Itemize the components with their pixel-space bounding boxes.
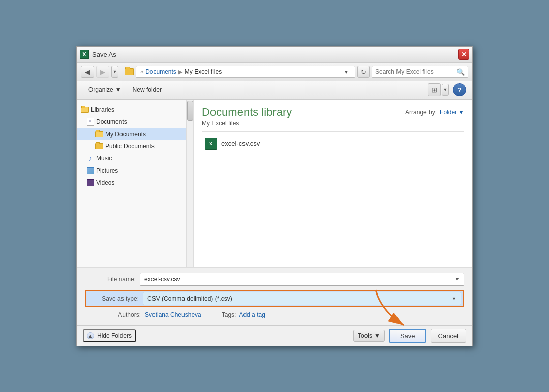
saveas-type-label: Save as type: (88, 295, 139, 302)
footer-bar: ▲ Hide Folders Tools ▼ Save Cancel (77, 325, 472, 346)
breadcrumb-bar: « Documents ▶ My Excel files ▼ (136, 66, 355, 78)
library-subtitle: My Excel files (202, 120, 292, 127)
organize-button[interactable]: Organize ▼ (83, 83, 127, 96)
file-item-csv[interactable]: X excel-csv.csv (202, 136, 464, 152)
tools-button[interactable]: Tools ▼ (353, 330, 385, 342)
tags-section: Tags: Add a tag (222, 311, 464, 318)
tree-item-label: Music (96, 155, 112, 162)
tags-value[interactable]: Add a tag (239, 311, 265, 318)
documents-doc-icon (87, 118, 94, 126)
pictures-icon (87, 167, 94, 174)
music-icon: ♪ (87, 155, 94, 162)
tags-label: Tags: (222, 311, 236, 318)
authors-label: Authors: (85, 311, 141, 318)
file-name-dropdown-arrow[interactable]: ▼ (455, 277, 460, 282)
tree-item-documents[interactable]: Documents (77, 116, 193, 128)
dialog-title: Save As (92, 51, 116, 58)
toolbar: Organize ▼ New folder ⊞ ▼ ? (77, 81, 472, 100)
file-name-input-wrapper: ▼ (140, 273, 464, 286)
organize-arrow: ▼ (115, 86, 121, 93)
title-bar-left: X Save As (80, 50, 116, 59)
tree-item-videos[interactable]: Videos (77, 177, 193, 189)
tree-item-label: My Documents (105, 130, 146, 138)
arrange-dropdown-arrow: ▼ (458, 109, 464, 116)
hide-folders-label: Hide Folders (97, 332, 132, 339)
excel-icon: X (80, 50, 89, 59)
tree-item-label: Videos (96, 179, 114, 186)
my-documents-folder-icon (95, 131, 103, 137)
scrollbar-thumb[interactable] (187, 101, 193, 121)
tree-item-label: Documents (96, 118, 127, 125)
folder-icon (125, 68, 134, 75)
library-title: Documents library (202, 106, 292, 119)
arrange-section: Arrange by: Folder ▼ (405, 109, 464, 116)
bottom-area: File name: ▼ Save as type: CSV (Comma de… (77, 267, 472, 325)
videos-icon (87, 179, 94, 186)
file-name-row: File name: ▼ (85, 273, 464, 286)
search-bar: 🔍 (372, 66, 468, 78)
tree-item-label: Libraries (91, 106, 114, 113)
hide-folders-chevron: ▲ (87, 332, 94, 339)
breadcrumb-dropdown-btn[interactable]: ▼ (342, 69, 351, 75)
view-dropdown-button[interactable]: ▼ (442, 84, 449, 96)
scrollbar-track (186, 100, 193, 267)
view-buttons: ⊞ ▼ (428, 83, 449, 96)
footer-wrapper: ▲ Hide Folders Tools ▼ Save Cancel (77, 325, 472, 346)
tree-item-my-documents[interactable]: My Documents (77, 128, 193, 140)
tree-item-pictures[interactable]: Pictures (77, 165, 193, 177)
saveas-type-arrow: ▼ (452, 296, 456, 301)
arrange-label: Arrange by: (405, 109, 437, 116)
breadcrumb-separator: « (140, 69, 143, 75)
title-bar: X Save As ✕ (77, 47, 472, 63)
library-header: Documents library My Excel files Arrange… (202, 106, 464, 132)
tools-arrow: ▼ (374, 332, 380, 339)
arrange-dropdown[interactable]: Folder ▼ (440, 109, 464, 116)
tree-item-public-documents[interactable]: Public Documents (77, 140, 193, 152)
main-area: Libraries Documents My Documents Public … (77, 100, 472, 267)
right-panel: Documents library My Excel files Arrange… (194, 100, 472, 267)
authors-value[interactable]: Svetlana Cheusheva (145, 311, 201, 318)
breadcrumb-current: My Excel files (185, 68, 222, 75)
tree-item-libraries[interactable]: Libraries (77, 104, 193, 116)
refresh-button[interactable]: ↻ (357, 66, 370, 78)
file-name-input[interactable] (144, 276, 455, 283)
public-documents-folder-icon (95, 143, 103, 149)
saveas-type-value: CSV (Comma delimited) (*.csv) (147, 295, 232, 302)
file-name-label: excel-csv.csv (221, 140, 260, 147)
tree-item-label: Public Documents (105, 143, 155, 150)
tree-item-music[interactable]: ♪ Music (77, 152, 193, 165)
meta-row: Authors: Svetlana Cheusheva Tags: Add a … (85, 311, 464, 318)
footer-right: Tools ▼ Save Cancel (353, 329, 466, 343)
help-button[interactable]: ? (453, 83, 466, 96)
tree-item-label: Pictures (96, 167, 118, 174)
left-panel: Libraries Documents My Documents Public … (77, 100, 194, 267)
nav-bar: ◀ ▶ ▼ « Documents ▶ My Excel files ▼ ↻ 🔍 (77, 63, 472, 81)
tools-label: Tools (358, 332, 372, 339)
save-button[interactable]: Save (389, 329, 426, 343)
breadcrumb-root[interactable]: Documents (145, 68, 176, 75)
view-grid-button[interactable]: ⊞ (428, 83, 441, 96)
cancel-button[interactable]: Cancel (431, 329, 466, 343)
search-input[interactable] (375, 68, 454, 75)
library-title-section: Documents library My Excel files (202, 106, 292, 127)
breadcrumb-arrow: ▶ (178, 69, 182, 75)
forward-button[interactable]: ▶ (96, 66, 109, 78)
csv-file-icon: X (205, 138, 217, 150)
close-button[interactable]: ✕ (458, 49, 469, 60)
arrange-value: Folder (440, 109, 457, 116)
saveas-type-row: Save as type: CSV (Comma delimited) (*.c… (85, 290, 464, 307)
saveas-type-dropdown[interactable]: CSV (Comma delimited) (*.csv) ▼ (143, 292, 461, 305)
libraries-folder-icon (81, 107, 89, 113)
file-name-label: File name: (85, 276, 136, 283)
search-icon[interactable]: 🔍 (456, 68, 465, 76)
new-folder-button[interactable]: New folder (127, 83, 167, 96)
back-button[interactable]: ◀ (81, 66, 94, 78)
save-as-dialog: X Save As ✕ ◀ ▶ ▼ « Documents ▶ My Excel… (76, 46, 473, 346)
organize-label: Organize (88, 86, 113, 93)
hide-folders-button[interactable]: ▲ Hide Folders (83, 329, 136, 342)
nav-history-dropdown[interactable]: ▼ (111, 66, 118, 78)
